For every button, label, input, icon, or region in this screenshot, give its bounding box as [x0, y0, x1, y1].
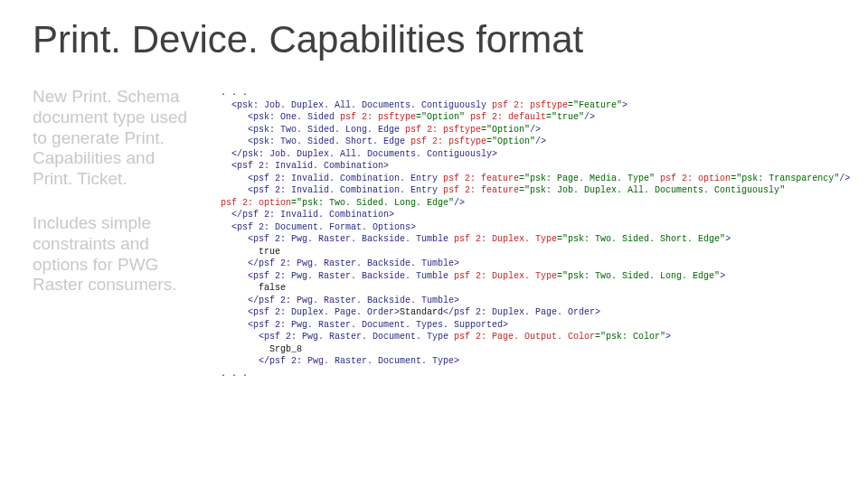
- code-attr: psf 2: feature: [438, 185, 519, 195]
- code-tag: >: [720, 271, 725, 281]
- code-attr: psf 2: Duplex. Type: [448, 234, 557, 244]
- code-tag: </psf 2: Pwg. Raster. Document. Type>: [259, 356, 459, 366]
- code-tag: <psf 2: Pwg. Raster. Document. Types. Su…: [248, 320, 508, 330]
- code-text: true: [259, 247, 280, 257]
- code-tag: />: [530, 125, 541, 135]
- code-val: ="psk: Color": [595, 332, 665, 342]
- code-tag: />: [454, 198, 465, 208]
- paragraph-1: New Print. Schema document type used to …: [33, 87, 195, 190]
- code-text: Srgb_8: [269, 344, 302, 354]
- code-tag: <psk: Two. Sided. Long. Edge: [248, 125, 400, 135]
- code-val: ="psk: Job. Duplex. All. Documents. Cont…: [519, 185, 785, 195]
- code-val: ="Option": [486, 136, 535, 146]
- code-val: ="psk: Two. Sided. Long. Edge": [291, 198, 454, 208]
- code-tag: <psk: One. Sided: [248, 112, 335, 122]
- code-text: false: [259, 283, 286, 293]
- code-val: ="psk: Page. Media. Type": [519, 174, 655, 183]
- code-attr: psf 2: psftype: [400, 125, 481, 135]
- code-tag: <psf 2: Duplex. Page. Order>: [248, 307, 400, 317]
- code-val: ="psk: Two. Sided. Short. Edge": [557, 234, 725, 244]
- code-val: ="psk: Transparency": [731, 174, 839, 183]
- page-title: Print. Device. Capabilities format: [33, 18, 835, 61]
- slide: Print. Device. Capabilities format New P…: [0, 0, 868, 488]
- code-tag: <psf 2: Document. Format. Options>: [231, 222, 416, 232]
- code-val: ="psk: Two. Sided. Long. Edge": [557, 271, 720, 281]
- code-val: ="Feature": [568, 100, 622, 110]
- code-tag: <psf 2: Pwg. Raster. Backside. Tumble: [248, 234, 448, 244]
- code-attr: psf 2: psftype: [335, 112, 416, 122]
- code-val: ="Option": [481, 125, 530, 135]
- code-tag: </psf 2: Pwg. Raster. Backside. Tumble>: [248, 258, 459, 268]
- code-tag: <psk: Two. Sided. Short. Edge: [248, 136, 405, 146]
- code-tag: />: [839, 174, 850, 183]
- code-attr: psf 2: Duplex. Type: [448, 271, 557, 281]
- code-tag: <psf 2: Invalid. Combination. Entry: [248, 174, 438, 183]
- left-column: New Print. Schema document type used to …: [33, 87, 195, 380]
- code-attr: psf 2: option: [655, 174, 731, 183]
- code-attr: psf 2: Page. Output. Color: [448, 332, 595, 342]
- code-line: . . .: [221, 88, 248, 98]
- code-tag: >: [622, 100, 627, 110]
- code-tag: <psf 2: Invalid. Combination. Entry: [248, 185, 438, 195]
- code-tag: <psf 2: Pwg. Raster. Document. Type: [259, 332, 448, 342]
- code-val: ="true": [546, 112, 584, 122]
- code-val: ="Option": [416, 112, 465, 122]
- code-tag: >: [725, 234, 731, 244]
- code-tag: <psf 2: Invalid. Combination>: [231, 161, 389, 171]
- code-tag: />: [584, 112, 595, 122]
- paragraph-2: Includes simple constraints and options …: [33, 213, 195, 296]
- code-tag: </psf 2: Pwg. Raster. Backside. Tumble>: [248, 296, 459, 305]
- code-tag: </psf 2: Invalid. Combination>: [231, 210, 394, 220]
- code-line: . . .: [221, 369, 248, 379]
- code-tag: <psf 2: Pwg. Raster. Backside. Tumble: [248, 271, 448, 281]
- code-attr: psf 2: feature: [438, 174, 519, 183]
- code-attr: psf 2: psftype: [405, 136, 486, 146]
- code-tag: >: [665, 332, 671, 342]
- code-tag: />: [535, 136, 546, 146]
- code-attr: psf 2: psftype: [486, 100, 568, 110]
- code-tag: </psf 2: Duplex. Page. Order>: [443, 307, 600, 317]
- code-attr: psf 2: option: [221, 198, 291, 208]
- code-tag: </psk: Job. Duplex. All. Documents. Cont…: [231, 149, 497, 159]
- code-attr: psf 2: default: [465, 112, 546, 122]
- code-block: . . . <psk: Job. Duplex. All. Documents.…: [221, 87, 850, 380]
- body: New Print. Schema document type used to …: [33, 87, 835, 380]
- code-tag: <psk: Job. Duplex. All. Documents. Conti…: [231, 100, 486, 110]
- code-text: Standard: [400, 307, 443, 317]
